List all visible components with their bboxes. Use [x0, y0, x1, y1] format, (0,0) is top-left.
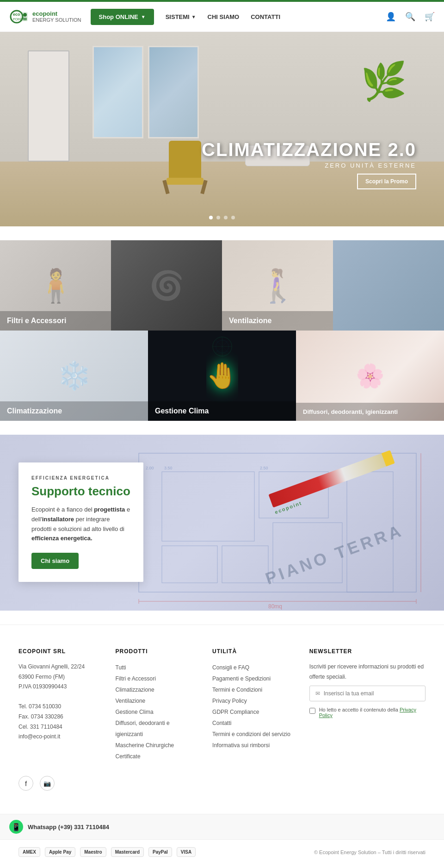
footer-link-termini[interactable]: Termini e Condizioni	[212, 684, 296, 695]
payment-applepay: Apple Pay	[45, 847, 75, 857]
footer-link-gdpr[interactable]: GDPR Compliance	[212, 706, 296, 718]
whatsapp-bar[interactable]: 📱 Whatsapp (+39) 331 7110484	[0, 814, 444, 839]
footer-link-privacy[interactable]: Privacy Policy	[212, 695, 296, 706]
footer-link-contatti[interactable]: Contatti	[212, 718, 296, 729]
hero-dot-3[interactable]	[224, 216, 228, 219]
chevron-down-icon: ▼	[191, 14, 196, 19]
hero-door	[28, 50, 69, 162]
hero-subtitle: ZERO UNITÀ ESTERNE	[202, 162, 416, 169]
hero-dot-4[interactable]	[231, 216, 235, 219]
footer-newsletter-heading: NEWSLETTER	[309, 648, 426, 655]
footer: ECOPOINT SRL Via Giovanni Agnelli, 22/24…	[0, 624, 444, 805]
nav-contatti[interactable]: CONTATTI	[251, 13, 280, 20]
logo-subtitle: ENERGY SOLUTION	[32, 17, 81, 23]
product-grid-section: 🧍 Filtri e Accessori 🌀 🚶‍♀️ Ventilazione	[0, 240, 444, 421]
footer-newsletter-desc: Iscriviti per ricevere informazioni su p…	[309, 662, 426, 682]
hero-text: CLIMATIZZAZIONE 2.0 ZERO UNITÀ ESTERNE S…	[202, 139, 416, 189]
footer-link-climatizzazione[interactable]: Climatizzazione	[116, 684, 199, 695]
hero-dot-2[interactable]	[216, 216, 220, 219]
svg-point-4	[23, 13, 27, 17]
svg-text:eco: eco	[13, 12, 20, 17]
hero-window-right	[148, 46, 199, 138]
newsletter-email-input[interactable]	[324, 690, 419, 697]
product-cell-ventilazione[interactable]: 🚶‍♀️ Ventilazione	[222, 240, 333, 331]
payment-maestro: Maestro	[80, 847, 106, 857]
footer-link-ventilazione[interactable]: Ventilazione	[116, 695, 199, 706]
support-card: EFFICIENZA ENERGETICA Supporto tecnico E…	[18, 462, 143, 582]
logo-name: ecopoint	[32, 10, 57, 17]
payment-mastercard: Mastercard	[111, 847, 144, 857]
shop-online-button[interactable]: Shop ONLINE ▼	[91, 9, 154, 25]
privacy-checkbox[interactable]	[309, 708, 315, 714]
hero-dot-1[interactable]	[209, 216, 213, 219]
footer-grid: ECOPOINT SRL Via Giovanni Agnelli, 22/24…	[18, 648, 426, 762]
footer-link-termini-servizio[interactable]: Termini e condizioni del servizio	[212, 729, 296, 740]
support-description: Ecopoint è a fianco del progettista e de…	[31, 505, 130, 543]
footer-link-filtri[interactable]: Filtri e Accessori	[116, 673, 199, 684]
product-grid-bottom: ❄️ Climatizzazione 🤚 Gestione Clima 🌸	[0, 331, 444, 421]
footer-link-mascherine[interactable]: Mascherine Chirurgiche Certificate	[116, 740, 199, 762]
footer-link-pagamenti[interactable]: Pagamenti e Spedizioni	[212, 673, 296, 684]
product-cell-climatizzazione[interactable]: ❄️ Climatizzazione	[0, 331, 148, 421]
product-label-gestione: Gestione Clima	[148, 401, 296, 421]
footer-link-rimborsi[interactable]: Informativa sui rimborsi	[212, 740, 296, 751]
product-cell-diffusori[interactable]: 🌸 Diffusori, deodoranti, igienizzanti	[296, 331, 444, 421]
support-section: 80mq 2.00 3.50 2.50 PIANO TERRA ecopoint…	[0, 435, 444, 611]
footer-utilities: UTILITÀ Consigli e FAQ Pagamenti e Spedi…	[212, 648, 296, 762]
svg-text:2.50: 2.50	[260, 466, 268, 470]
product-cell-gestione[interactable]: 🤚 Gestione Clima	[148, 331, 296, 421]
product-cell-filtri-pipe[interactable]: 🌀	[111, 240, 222, 331]
support-title: Supporto tecnico	[31, 484, 130, 499]
support-tag: EFFICIENZA ENERGETICA	[31, 475, 130, 481]
payment-visa: VISA	[177, 847, 196, 857]
hero-chair	[162, 129, 208, 185]
footer-newsletter: NEWSLETTER Iscriviti per ricevere inform…	[309, 648, 426, 762]
facebook-icon[interactable]: f	[18, 776, 33, 791]
envelope-icon: ✉	[315, 690, 320, 697]
payment-methods: AMEX Apple Pay Maestro Mastercard PayPal…	[18, 847, 196, 857]
whatsapp-icon: 📱	[9, 820, 23, 834]
product-cell-ventilazione-right[interactable]	[333, 240, 444, 331]
cart-icon[interactable]: 🛒	[425, 12, 435, 22]
product-grid-ventilazione: 🚶‍♀️ Ventilazione	[222, 240, 444, 331]
footer-bottom: AMEX Apple Pay Maestro Mastercard PayPal…	[0, 839, 444, 864]
nav-sistemi[interactable]: SISTEMI ▼	[166, 13, 196, 20]
copyright-text: © Ecopoint Energy Solution – Tutti i dir…	[314, 849, 426, 855]
user-icon[interactable]: 👤	[386, 12, 396, 22]
logo-svg: eco POINT	[9, 6, 30, 27]
nav-chi-siamo[interactable]: CHI SIAMO	[208, 13, 240, 20]
whatsapp-label: Whatsapp (+39) 331 7110484	[28, 824, 109, 831]
footer-link-gestione[interactable]: Gestione Clima	[116, 706, 199, 718]
svg-text:2.00: 2.00	[146, 466, 154, 470]
product-label-diffusori: Diffusori, deodoranti, igienizzanti	[296, 403, 444, 421]
chevron-down-icon: ▼	[141, 14, 146, 19]
footer-link-tutti[interactable]: Tutti	[116, 662, 199, 673]
logo[interactable]: eco POINT ecopoint ENERGY SOLUTION	[9, 6, 81, 27]
payment-amex: AMEX	[18, 847, 40, 857]
privacy-checkbox-label: Ho letto e accetto il contenuto della Pr…	[319, 707, 426, 718]
product-label-filtri: Filtri e Accessori	[0, 311, 111, 331]
svg-text:80mq: 80mq	[268, 603, 282, 610]
svg-rect-15	[162, 546, 217, 583]
hero-plant: 🌿	[361, 60, 407, 103]
product-cell-filtri[interactable]: 🧍 Filtri e Accessori	[0, 240, 111, 331]
instagram-icon[interactable]: 📷	[40, 776, 55, 791]
svg-rect-16	[222, 546, 268, 583]
chi-siamo-button[interactable]: Chi siamo	[31, 553, 79, 569]
product-label-ventilazione: Ventilazione	[222, 311, 333, 331]
footer-company-heading: ECOPOINT SRL	[18, 648, 102, 655]
hero-pagination	[209, 216, 235, 219]
hero-title: CLIMATIZZAZIONE 2.0	[202, 139, 416, 160]
header-icons: 👤 🔍 🛒	[386, 12, 435, 22]
hero-window-left	[92, 46, 143, 138]
footer-link-diffusori[interactable]: Diffusori, deodoranti e igienizzanti	[116, 718, 199, 740]
main-nav: Shop ONLINE ▼ SISTEMI ▼ CHI SIAMO CONTAT…	[91, 9, 386, 25]
product-label-climatizzazione: Climatizzazione	[0, 401, 148, 421]
product-grid-top-left: 🧍 Filtri e Accessori 🌀	[0, 240, 222, 331]
footer-company: ECOPOINT SRL Via Giovanni Agnelli, 22/24…	[18, 648, 102, 762]
search-icon[interactable]: 🔍	[405, 12, 415, 22]
hero-cta-button[interactable]: Scopri la Promo	[357, 174, 416, 189]
footer-link-faq[interactable]: Consigli e FAQ	[212, 662, 296, 673]
payment-paypal: PayPal	[148, 847, 172, 857]
footer-products-heading: PRODOTTI	[116, 648, 199, 655]
